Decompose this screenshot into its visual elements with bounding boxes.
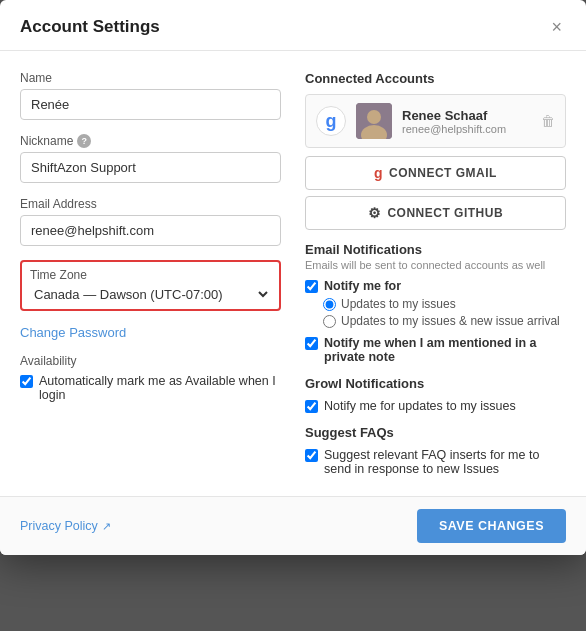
connect-github-button[interactable]: ⚙ CONNECT GITHUB bbox=[305, 196, 566, 230]
radio-updates[interactable] bbox=[323, 298, 336, 311]
privacy-policy-link[interactable]: Privacy Policy ↗ bbox=[20, 519, 111, 533]
close-button[interactable]: × bbox=[547, 16, 566, 38]
timezone-bordered-group: Time Zone Canada — Dawson (UTC-07:00) bbox=[20, 260, 281, 311]
email-notif-title: Email Notifications bbox=[305, 242, 566, 257]
google-logo: g bbox=[316, 106, 346, 136]
email-label: Email Address bbox=[20, 197, 281, 211]
faq-title: Suggest FAQs bbox=[305, 425, 566, 440]
timezone-select[interactable]: Canada — Dawson (UTC-07:00) bbox=[30, 286, 271, 303]
nickname-help-icon[interactable]: ? bbox=[77, 134, 91, 148]
account-name: Renee Schaaf bbox=[402, 108, 531, 123]
nickname-label: Nickname ? bbox=[20, 134, 281, 148]
account-info: Renee Schaaf renee@helpshift.com bbox=[402, 108, 531, 135]
name-input[interactable] bbox=[20, 89, 281, 120]
radio-updates-row[interactable]: Updates to my issues bbox=[323, 297, 566, 311]
email-notif-subtitle: Emails will be sent to connected account… bbox=[305, 259, 566, 271]
growl-checkbox-row[interactable]: Notify me for updates to my issues bbox=[305, 399, 566, 413]
modal-overlay: Account Settings × Name Nickname ? bbox=[0, 0, 586, 631]
growl-notifications-section: Growl Notifications Notify me for update… bbox=[305, 376, 566, 413]
name-field-group: Name bbox=[20, 71, 281, 120]
modal-footer: Privacy Policy ↗ SAVE CHANGES bbox=[0, 496, 586, 555]
email-input[interactable] bbox=[20, 215, 281, 246]
suggest-faqs-section: Suggest FAQs Suggest relevant FAQ insert… bbox=[305, 425, 566, 476]
timezone-field-group: Time Zone Canada — Dawson (UTC-07:00) bbox=[20, 260, 281, 311]
email-field-group: Email Address bbox=[20, 197, 281, 246]
account-avatar bbox=[356, 103, 392, 139]
remove-account-button[interactable]: 🗑 bbox=[541, 113, 555, 129]
github-icon: ⚙ bbox=[368, 205, 382, 221]
notify-mentioned-row[interactable]: Notify me when I am mentioned in a priva… bbox=[305, 336, 566, 364]
availability-checkbox[interactable] bbox=[20, 375, 33, 388]
radio-group: Updates to my issues Updates to my issue… bbox=[323, 297, 566, 328]
timezone-label: Time Zone bbox=[30, 268, 271, 282]
svg-point-1 bbox=[367, 110, 381, 124]
availability-label: Availability bbox=[20, 354, 281, 368]
connected-accounts-title: Connected Accounts bbox=[305, 71, 566, 86]
faq-checkbox[interactable] bbox=[305, 449, 318, 462]
modal-header: Account Settings × bbox=[0, 0, 586, 51]
modal-title: Account Settings bbox=[20, 17, 160, 37]
nickname-input[interactable] bbox=[20, 152, 281, 183]
right-column: Connected Accounts g bbox=[305, 71, 566, 476]
left-column: Name Nickname ? Email Address bbox=[20, 71, 281, 476]
nickname-field-group: Nickname ? bbox=[20, 134, 281, 183]
modal-body: Name Nickname ? Email Address bbox=[0, 51, 586, 496]
availability-group: Availability Automatically mark me as Av… bbox=[20, 354, 281, 402]
faq-checkbox-row[interactable]: Suggest relevant FAQ inserts for me to s… bbox=[305, 448, 566, 476]
gmail-icon: g bbox=[374, 165, 383, 181]
email-notifications-section: Email Notifications Emails will be sent … bbox=[305, 242, 566, 364]
connected-accounts-section: Connected Accounts g bbox=[305, 71, 566, 230]
notify-mentioned-checkbox[interactable] bbox=[305, 337, 318, 350]
name-label: Name bbox=[20, 71, 281, 85]
radio-updates-new-row[interactable]: Updates to my issues & new issue arrival bbox=[323, 314, 566, 328]
availability-checkbox-row[interactable]: Automatically mark me as Available when … bbox=[20, 374, 281, 402]
account-email: renee@helpshift.com bbox=[402, 123, 531, 135]
growl-title: Growl Notifications bbox=[305, 376, 566, 391]
connect-gmail-button[interactable]: g CONNECT GMAIL bbox=[305, 156, 566, 190]
radio-updates-new[interactable] bbox=[323, 315, 336, 328]
notify-me-checkbox-row[interactable]: Notify me for bbox=[305, 279, 566, 293]
save-changes-button[interactable]: SAVE CHANGES bbox=[417, 509, 566, 543]
account-settings-modal: Account Settings × Name Nickname ? bbox=[0, 0, 586, 555]
growl-checkbox[interactable] bbox=[305, 400, 318, 413]
external-link-icon: ↗ bbox=[102, 520, 111, 533]
notify-me-checkbox[interactable] bbox=[305, 280, 318, 293]
change-password-link[interactable]: Change Password bbox=[20, 325, 281, 340]
connected-account-card: g Renee Schaaf renee@helpshift.com bbox=[305, 94, 566, 148]
